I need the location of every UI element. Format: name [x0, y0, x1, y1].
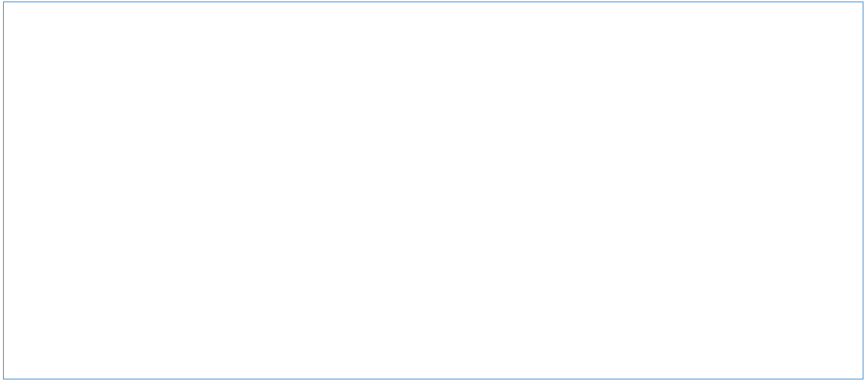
- diagram-frame[interactable]: [3, 2, 863, 379]
- diagram-canvas[interactable]: [0, 0, 868, 384]
